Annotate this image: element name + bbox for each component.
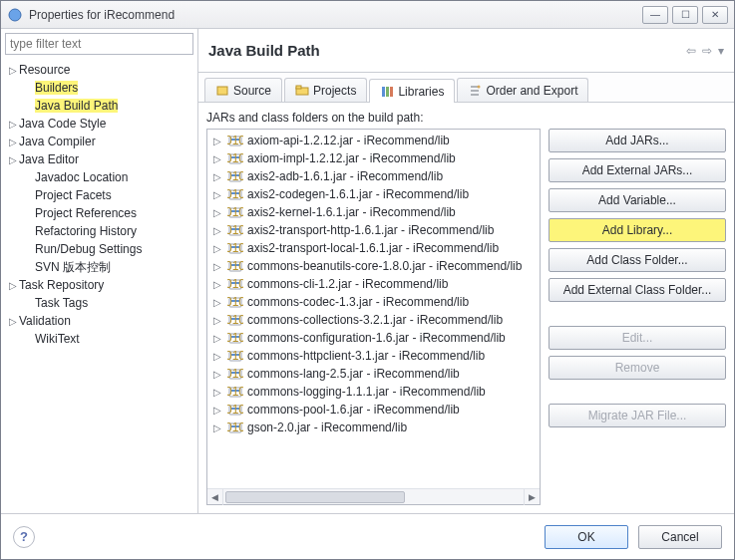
sidebar-item-project-references[interactable]: Project References	[5, 204, 193, 222]
tab-label: Source	[233, 84, 271, 98]
jar-label: axis2-codegen-1.6.1.jar - iRecommend/lib	[247, 187, 469, 201]
jar-list-item[interactable]: ▷010commons-codec-1.3.jar - iRecommend/l…	[207, 293, 540, 311]
sidebar-item-task-tags[interactable]: Task Tags	[5, 294, 193, 312]
tab-source[interactable]: Source	[204, 78, 282, 102]
sidebar-item-label: Resource	[19, 63, 70, 77]
jar-list-item[interactable]: ▷010axis2-codegen-1.6.1.jar - iRecommend…	[207, 185, 540, 203]
chevron-right-icon: ▷	[7, 65, 19, 76]
jar-list-item[interactable]: ▷010commons-collections-3.2.1.jar - iRec…	[207, 311, 540, 329]
jar-list-item[interactable]: ▷010commons-httpclient-3.1.jar - iRecomm…	[207, 347, 540, 365]
jar-list-item[interactable]: ▷010commons-cli-1.2.jar - iRecommend/lib	[207, 275, 540, 293]
projects-icon	[295, 84, 309, 98]
sidebar-item-project-facets[interactable]: Project Facets	[5, 186, 193, 204]
sidebar-item-task-repository[interactable]: ▷Task Repository	[5, 276, 193, 294]
page-header: Java Build Path ⇦ ⇨ ▾	[198, 29, 734, 73]
sidebar-item-validation[interactable]: ▷Validation	[5, 312, 193, 330]
sidebar-item-label: Task Tags	[35, 296, 88, 310]
property-tree[interactable]: ▷ResourceBuildersJava Build Path▷Java Co…	[1, 59, 197, 513]
edit-button: Edit...	[549, 326, 726, 350]
add-library-button[interactable]: Add Library...	[549, 218, 726, 242]
tab-projects[interactable]: Projects	[284, 78, 367, 102]
jar-list-item[interactable]: ▷010commons-pool-1.6.jar - iRecommend/li…	[207, 401, 540, 419]
tab-libraries[interactable]: Libraries	[369, 79, 455, 103]
jar-label: commons-beanutils-core-1.8.0.jar - iReco…	[247, 259, 522, 273]
chevron-right-icon: ▷	[211, 261, 223, 272]
sidebar-item-label: Java Compiler	[19, 135, 96, 148]
add-external-class-folder-button[interactable]: Add External Class Folder...	[549, 278, 726, 302]
jar-list-item[interactable]: ▷010gson-2.0.jar - iRecommend/lib	[207, 419, 540, 436]
sidebar-item-label: Project Facets	[35, 188, 112, 202]
svg-text:010: 010	[227, 151, 243, 165]
sidebar-item-java-code-style[interactable]: ▷Java Code Style	[5, 115, 193, 133]
back-icon[interactable]: ⇦	[686, 44, 696, 58]
jar-label: commons-lang-2.5.jar - iRecommend/lib	[247, 367, 460, 381]
add-jars-button[interactable]: Add JARs...	[549, 129, 726, 152]
sidebar-item-java-build-path[interactable]: Java Build Path	[5, 97, 193, 115]
chevron-right-icon: ▷	[211, 189, 223, 200]
close-button[interactable]: ✕	[702, 6, 728, 24]
sidebar-item-run-debug-settings[interactable]: Run/Debug Settings	[5, 240, 193, 258]
tab-label: Libraries	[398, 85, 444, 99]
jar-icon: 010	[227, 241, 243, 255]
add-external-jars-button[interactable]: Add External JARs...	[549, 158, 726, 182]
scroll-thumb[interactable]	[225, 491, 405, 503]
forward-icon[interactable]: ⇨	[702, 44, 712, 58]
cancel-button[interactable]: Cancel	[638, 525, 722, 549]
horizontal-scrollbar[interactable]: ◀ ▶	[207, 488, 540, 504]
menu-dropdown-icon[interactable]: ▾	[718, 44, 724, 58]
sidebar-item-resource[interactable]: ▷Resource	[5, 61, 193, 79]
chevron-right-icon: ▷	[211, 422, 223, 433]
jar-list-item[interactable]: ▷010axis2-transport-http-1.6.1.jar - iRe…	[207, 221, 540, 239]
svg-rect-6	[390, 87, 393, 97]
jar-list-item[interactable]: ▷010axis2-kernel-1.6.1.jar - iRecommend/…	[207, 203, 540, 221]
scroll-right-icon[interactable]: ▶	[524, 489, 540, 505]
sidebar-item-svn-[interactable]: SVN 版本控制	[5, 258, 193, 276]
sidebar-item-java-compiler[interactable]: ▷Java Compiler	[5, 133, 193, 150]
minimize-button[interactable]: —	[642, 6, 668, 24]
svg-text:010: 010	[227, 331, 243, 345]
jar-list[interactable]: ▷010axiom-api-1.2.12.jar - iRecommend/li…	[207, 130, 540, 488]
sidebar-item-refactoring-history[interactable]: Refactoring History	[5, 222, 193, 240]
chevron-right-icon: ▷	[211, 369, 223, 380]
add-variable-button[interactable]: Add Variable...	[549, 188, 726, 212]
jar-list-item[interactable]: ▷010axis2-transport-local-1.6.1.jar - iR…	[207, 239, 540, 257]
main-panel: Java Build Path ⇦ ⇨ ▾ SourceProjectsLibr…	[198, 29, 734, 513]
jar-list-item[interactable]: ▷010commons-configuration-1.6.jar - iRec…	[207, 329, 540, 347]
jar-list-item[interactable]: ▷010axiom-impl-1.2.12.jar - iRecommend/l…	[207, 149, 540, 167]
order-icon	[468, 84, 482, 98]
sidebar-item-javadoc-location[interactable]: Javadoc Location	[5, 168, 193, 186]
jar-list-item[interactable]: ▷010commons-beanutils-core-1.8.0.jar - i…	[207, 257, 540, 275]
sidebar-item-builders[interactable]: Builders	[5, 79, 193, 97]
body-row: ▷010axiom-api-1.2.12.jar - iRecommend/li…	[206, 129, 726, 505]
svg-text:010: 010	[227, 187, 243, 201]
jar-label: commons-configuration-1.6.jar - iRecomme…	[247, 331, 506, 345]
filter-input[interactable]	[5, 33, 193, 55]
jar-list-item[interactable]: ▷010commons-logging-1.1.1.jar - iRecomme…	[207, 383, 540, 401]
content-area: ▷ResourceBuildersJava Build Path▷Java Co…	[1, 29, 734, 513]
svg-point-7	[478, 85, 481, 88]
add-class-folder-button[interactable]: Add Class Folder...	[549, 248, 726, 272]
sidebar-item-label: Refactoring History	[35, 224, 137, 238]
jar-label: commons-logging-1.1.1.jar - iRecommend/l…	[247, 385, 486, 399]
sidebar-item-wikitext[interactable]: WikiText	[5, 330, 193, 348]
help-button[interactable]: ?	[13, 526, 35, 548]
chevron-right-icon: ▷	[211, 405, 223, 416]
scroll-left-icon[interactable]: ◀	[207, 489, 223, 505]
chevron-right-icon: ▷	[7, 280, 19, 291]
sidebar-item-java-editor[interactable]: ▷Java Editor	[5, 150, 193, 168]
tab-order-and-export[interactable]: Order and Export	[457, 78, 588, 102]
maximize-button[interactable]: ☐	[672, 6, 698, 24]
jar-list-item[interactable]: ▷010axiom-api-1.2.12.jar - iRecommend/li…	[207, 132, 540, 149]
jar-icon: 010	[227, 223, 243, 237]
chevron-right-icon: ▷	[7, 119, 19, 130]
jar-icon: 010	[227, 331, 243, 345]
jar-icon: 010	[227, 259, 243, 273]
tab-label: Order and Export	[486, 84, 577, 98]
ok-button[interactable]: OK	[545, 525, 628, 549]
sidebar-item-label: Java Code Style	[19, 117, 106, 131]
jar-icon: 010	[227, 205, 243, 219]
jar-list-item[interactable]: ▷010commons-lang-2.5.jar - iRecommend/li…	[207, 365, 540, 383]
jar-list-item[interactable]: ▷010axis2-adb-1.6.1.jar - iRecommend/lib	[207, 167, 540, 185]
jar-icon: 010	[227, 295, 243, 309]
jar-label: commons-cli-1.2.jar - iRecommend/lib	[247, 277, 448, 291]
